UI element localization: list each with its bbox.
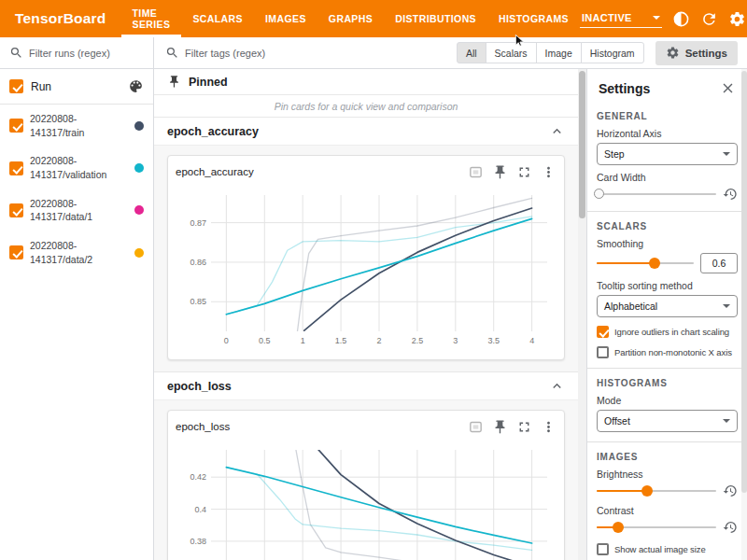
tooltip-sorting-select[interactable]: Alphabetical xyxy=(597,295,738,317)
histogram-mode-value: Offset xyxy=(604,415,630,427)
nav-tab-graphs[interactable]: GRAPHS xyxy=(317,0,384,37)
svg-text:3: 3 xyxy=(453,336,458,345)
cards-container: epoch_accuracyepoch_accuracy00.511.522.5… xyxy=(154,118,578,560)
checkbox-icon[interactable] xyxy=(597,346,609,358)
pinned-header: Pinned xyxy=(154,69,578,95)
svg-text:0: 0 xyxy=(224,336,229,345)
cards-column: Pinned Pin cards for a quick view and co… xyxy=(154,69,578,560)
settings-panel-body: GENERAL Horizontal Axis Step Card Width … xyxy=(587,111,747,555)
pinned-hint: Pin cards for a quick view and compariso… xyxy=(154,95,578,118)
slider-thumb[interactable] xyxy=(641,485,653,497)
search-icon xyxy=(165,46,179,60)
chevron-down-icon xyxy=(653,16,660,20)
reset-icon[interactable] xyxy=(723,483,738,498)
brightness-label: Brightness xyxy=(597,469,738,480)
svg-text:0.5: 0.5 xyxy=(259,336,271,345)
horizontal-axis-value: Step xyxy=(604,148,625,160)
app-header: TensorBoard TIME SERIESSCALARSIMAGESGRAP… xyxy=(0,0,747,37)
nav-tab-distributions[interactable]: DISTRIBUTIONS xyxy=(384,0,487,37)
brightness-slider[interactable] xyxy=(597,483,716,498)
card-width-slider[interactable] xyxy=(597,187,716,202)
horizontal-axis-label: Horizontal Axis xyxy=(597,128,738,139)
settings-button[interactable]: Settings xyxy=(655,41,738,65)
more-options-icon[interactable] xyxy=(541,419,557,435)
show-actual-size-checkbox-row[interactable]: Show actual image size xyxy=(597,543,738,555)
select-all-runs-checkbox[interactable] xyxy=(9,79,23,93)
card-zone: epoch_accuracy00.511.522.533.540.850.860… xyxy=(154,146,578,372)
card-header: epoch_accuracy xyxy=(176,158,557,186)
settings-scrollbar[interactable] xyxy=(741,69,747,560)
svg-text:2: 2 xyxy=(376,336,381,345)
section-header-epoch_accuracy: epoch_accuracy xyxy=(154,118,578,146)
settings-panel-header: Settings xyxy=(587,69,747,102)
slider-thumb[interactable] xyxy=(613,522,624,533)
pin-icon[interactable] xyxy=(492,419,508,435)
pin-icon[interactable] xyxy=(492,164,508,180)
filter-runs-input[interactable] xyxy=(29,48,144,59)
run-row[interactable]: 20220808-141317/data/1 xyxy=(0,189,153,231)
section-title: epoch_loss xyxy=(167,380,232,393)
smoothing-slider[interactable] xyxy=(597,256,694,271)
gear-icon[interactable] xyxy=(728,10,746,28)
refresh-icon[interactable] xyxy=(700,10,718,28)
svg-text:1: 1 xyxy=(301,336,305,345)
divider xyxy=(587,368,747,369)
svg-text:0.42: 0.42 xyxy=(190,472,206,482)
fit-domain-icon[interactable] xyxy=(468,164,484,180)
filter-tags-input[interactable] xyxy=(185,48,445,59)
histogram-mode-select[interactable]: Offset xyxy=(597,410,738,432)
theme-toggle-icon[interactable] xyxy=(672,10,690,28)
svg-text:0.85: 0.85 xyxy=(190,297,206,306)
checkbox-icon[interactable] xyxy=(597,326,609,338)
smoothing-input[interactable] xyxy=(700,253,738,273)
line-chart-epoch_loss[interactable]: 00.511.522.533.540.360.380.40.42 xyxy=(176,441,557,560)
ignore-outliers-checkbox-row[interactable]: Ignore outliers in chart scaling xyxy=(597,326,738,338)
svg-text:2.5: 2.5 xyxy=(412,336,424,345)
checkbox-icon[interactable] xyxy=(597,543,609,555)
pinned-label: Pinned xyxy=(189,76,228,89)
header-actions: INACTIVE xyxy=(580,10,747,28)
slider-thumb[interactable] xyxy=(594,189,604,199)
run-row[interactable]: 20220808-141317/validation xyxy=(0,147,153,189)
data-status-dropdown[interactable]: INACTIVE xyxy=(580,10,662,28)
tag-filter-histogram[interactable]: Histogram xyxy=(581,42,644,63)
main-scrollbar[interactable] xyxy=(578,69,586,560)
filter-runs-box xyxy=(0,37,154,68)
run-row[interactable]: 20220808-141317/data/2 xyxy=(0,231,153,273)
reset-icon[interactable] xyxy=(723,520,738,535)
tag-filter-scalars[interactable]: Scalars xyxy=(486,42,537,63)
palette-icon[interactable] xyxy=(128,78,144,94)
app-title[interactable]: TensorBoard xyxy=(15,10,106,27)
fullscreen-icon[interactable] xyxy=(516,419,532,435)
run-checkbox[interactable] xyxy=(9,245,23,259)
nav-tab-histograms[interactable]: HISTOGRAMS xyxy=(487,0,580,37)
nav-tab-images[interactable]: IMAGES xyxy=(254,0,317,37)
run-checkbox[interactable] xyxy=(9,119,23,133)
partition-x-checkbox-row[interactable]: Partition non-monotonic X axis xyxy=(597,346,738,358)
svg-text:3.5: 3.5 xyxy=(487,336,500,345)
nav-tab-scalars[interactable]: SCALARS xyxy=(181,0,254,37)
line-chart-epoch_accuracy[interactable]: 00.511.522.533.540.850.860.87 xyxy=(176,186,557,352)
chevron-up-icon[interactable] xyxy=(549,123,565,139)
close-icon[interactable] xyxy=(720,80,736,96)
tag-filter-all[interactable]: All xyxy=(457,42,486,63)
horizontal-axis-select[interactable]: Step xyxy=(597,143,738,165)
fit-domain-icon[interactable] xyxy=(468,419,484,435)
scrollbar-thumb[interactable] xyxy=(579,71,585,218)
more-options-icon[interactable] xyxy=(541,164,557,180)
run-row[interactable]: 20220808-141317/train xyxy=(0,105,153,147)
reset-icon[interactable] xyxy=(723,187,738,202)
nav-tab-time-series[interactable]: TIME SERIES xyxy=(121,0,182,37)
run-checkbox[interactable] xyxy=(9,203,23,217)
run-color-dot xyxy=(134,121,144,131)
scrollbar-thumb[interactable] xyxy=(741,71,747,493)
slider-track xyxy=(597,193,716,195)
contrast-label: Contrast xyxy=(597,505,738,516)
chevron-up-icon[interactable] xyxy=(549,378,565,394)
divider xyxy=(587,211,747,212)
slider-thumb[interactable] xyxy=(649,258,660,269)
contrast-slider[interactable] xyxy=(597,520,716,535)
tag-filter-image[interactable]: Image xyxy=(536,42,582,63)
run-checkbox[interactable] xyxy=(9,161,23,175)
fullscreen-icon[interactable] xyxy=(516,164,532,180)
